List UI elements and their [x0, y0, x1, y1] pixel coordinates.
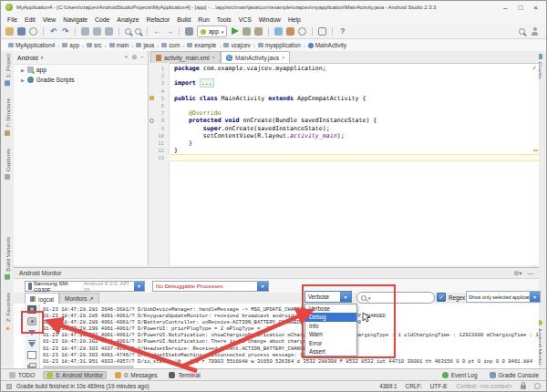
breadcrumb-item-example[interactable]: example — [185, 42, 218, 48]
breadcrumb-item-main[interactable]: main — [108, 42, 131, 48]
chevron-down-icon[interactable]: ▼ — [340, 292, 351, 302]
menu-run[interactable]: Run — [194, 16, 212, 23]
warning-stripe-marker[interactable] — [533, 150, 538, 151]
breadcrumb-item-src[interactable]: src — [85, 42, 104, 48]
project-header-icon[interactable]: + — [125, 54, 129, 61]
hide-panel-icon[interactable]: — — [528, 270, 534, 277]
log-level-dropdown[interactable]: Verbose ▼ — [304, 291, 352, 303]
tool-window-tab-build-variants[interactable]: Build Variants — [5, 237, 11, 280]
bottom-bar-0-messages[interactable]: 0: Messages — [111, 371, 160, 379]
scroll-to-end-icon[interactable] — [27, 328, 36, 336]
help-icon[interactable]: ? — [338, 27, 346, 36]
open-icon[interactable] — [5, 27, 14, 36]
menu-window[interactable]: Window — [255, 16, 284, 23]
bottom-bar-gradle-console[interactable]: Gradle Console — [486, 371, 542, 379]
chevron-down-icon[interactable]: ▼ — [134, 282, 144, 291]
breadcrumb-item-app[interactable]: app — [60, 42, 81, 48]
breadcrumb-item-vzajcev[interactable]: vzajcev — [222, 42, 252, 48]
menu-file[interactable]: File — [4, 16, 21, 23]
layout-inspector-icon[interactable] — [318, 27, 326, 36]
run-icon[interactable] — [231, 27, 239, 36]
menu-analyze[interactable]: Analyze — [113, 16, 142, 23]
forward-icon[interactable]: → — [165, 27, 173, 36]
find-icon[interactable] — [125, 28, 131, 35]
logcat-filter-dropdown[interactable]: Show only selected application ▼ — [466, 291, 541, 303]
menu-edit[interactable]: Edit — [21, 16, 39, 23]
memory-indicator-icon[interactable] — [534, 383, 541, 389]
caret-position[interactable]: 4369:1 — [379, 383, 397, 389]
user-icon[interactable] — [531, 27, 539, 36]
bottom-bar-terminal[interactable]: Terminal — [165, 371, 203, 379]
background-tasks-icon[interactable] — [6, 384, 12, 389]
menu-vcs[interactable]: VCS — [235, 16, 255, 23]
avd-manager-icon[interactable] — [274, 27, 283, 36]
copy-icon[interactable] — [93, 27, 101, 36]
encoding-selector[interactable]: UTF-8: — [430, 383, 449, 389]
menu-tools[interactable]: Tools — [213, 16, 235, 23]
project-view-mode[interactable]: Android — [17, 55, 38, 61]
tree-item-app[interactable]: ▶app — [14, 65, 148, 75]
wrench-icon[interactable] — [185, 27, 193, 36]
expand-arrow-icon[interactable]: ▶ — [21, 77, 25, 83]
bottom-bar-6-android-monitor[interactable]: 6: Android Monitor — [43, 371, 107, 379]
expand-arrow-icon[interactable]: ▶ — [21, 67, 25, 73]
log-level-option-warn[interactable]: Warn — [305, 330, 356, 338]
tool-window-tab-captures[interactable]: Captures — [5, 149, 11, 180]
log-level-option-error[interactable]: Error — [305, 339, 356, 347]
cut-icon[interactable] — [81, 27, 89, 36]
sync-gradle-icon[interactable] — [298, 27, 306, 36]
close-button[interactable]: × — [533, 4, 538, 12]
class-gutter-icon[interactable] — [150, 96, 154, 100]
chevron-down-icon[interactable]: ▼ — [530, 292, 540, 302]
replace-icon[interactable] — [135, 28, 141, 35]
override-gutter-icon[interactable] — [150, 119, 154, 123]
tool-window-tab-2-favorites[interactable]: ★2: Favorites — [5, 293, 11, 332]
search-everywhere-icon[interactable] — [519, 28, 525, 35]
menu-navigate[interactable]: Navigate — [59, 16, 91, 23]
gear-icon[interactable]: ⚙▾ — [513, 270, 521, 277]
back-icon[interactable]: ← — [153, 27, 161, 36]
log-level-option-info[interactable]: Info — [305, 322, 356, 330]
menu-code[interactable]: Code — [91, 16, 113, 23]
menu-build[interactable]: Build — [173, 16, 194, 23]
breadcrumb-item-com[interactable]: com — [160, 42, 181, 48]
bottom-bar-todo[interactable]: TODO — [5, 371, 38, 379]
chevron-down-icon[interactable]: ▼ — [257, 282, 268, 291]
attach-debugger-icon[interactable] — [243, 27, 251, 36]
profile-icon[interactable] — [254, 27, 263, 36]
close-icon[interactable]: × — [282, 55, 285, 60]
log-level-option-debug[interactable]: Debug — [305, 313, 356, 321]
close-icon[interactable]: × — [212, 55, 215, 60]
project-header-icon[interactable]: ⚙ — [131, 54, 137, 61]
maximize-button[interactable]: □ — [518, 4, 522, 12]
breadcrumb-item-myapplication[interactable]: myapplication — [256, 42, 303, 48]
logcat-search-input[interactable]: ▾ — [356, 292, 435, 304]
breadcrumb-item-java[interactable]: java — [134, 42, 156, 48]
redo-icon[interactable]: ↷ — [61, 27, 69, 36]
undo-icon[interactable]: ↶ — [49, 27, 57, 36]
log-level-option-assert[interactable]: Assert — [305, 347, 356, 356]
device-selector[interactable]: Samsung SM-G930F Android 8.0.0, API 26 ▼ — [25, 281, 145, 292]
paste-icon[interactable] — [105, 27, 113, 36]
run-configuration-select[interactable]: app ▾ — [197, 26, 227, 37]
project-header-icon[interactable]: − — [140, 54, 144, 61]
process-selector[interactable]: No Debuggable Processes ▼ — [152, 281, 269, 292]
screen-record-icon[interactable] — [27, 317, 36, 325]
log-level-option-verbose[interactable]: Verbose — [305, 304, 356, 313]
minimize-button[interactable]: – — [503, 4, 507, 12]
layout-capture-icon[interactable] — [27, 351, 36, 359]
lock-icon[interactable] — [521, 385, 526, 389]
breadcrumb-item-mainactivity[interactable]: MainActivity — [306, 42, 348, 48]
breadcrumb-item-myapplication4[interactable]: MyApplication4 — [6, 42, 57, 48]
restart-logcat-icon[interactable] — [27, 340, 36, 348]
tree-item-gradle-scripts[interactable]: ▶Gradle Scripts — [14, 75, 148, 85]
sync-icon[interactable] — [29, 27, 37, 36]
menu-view[interactable]: View — [39, 16, 60, 23]
sdk-manager-icon[interactable] — [286, 27, 294, 36]
code-area[interactable]: 1package com.example.vzajcev.myapplicati… — [149, 63, 539, 265]
camera-icon[interactable] — [27, 305, 36, 314]
editor-tab-mainactivity-java[interactable]: CMainActivity.java× — [221, 51, 290, 63]
logcat-log-lines[interactable]: 01-23 18:47:28.281 3646-3681/? D/UsbDevi… — [43, 306, 539, 369]
menu-help[interactable]: Help — [284, 16, 304, 23]
tool-window-tab-7-structure[interactable]: 7: Structure — [5, 98, 11, 136]
